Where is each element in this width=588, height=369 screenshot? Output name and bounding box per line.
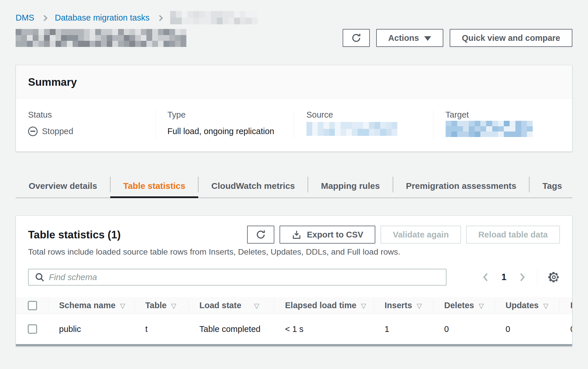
column-header-inserts[interactable]: Inserts ▽ [374,297,433,314]
summary-field-type: Type Full load, ongoing replication [155,110,294,138]
table-header-row: Schema name ▽ Table ▽ Load state ▽ Elaps… [16,297,572,314]
target-label: Target [446,110,560,120]
table-toolbar: 1 [28,269,560,286]
find-schema-input[interactable] [28,269,446,286]
refresh-button[interactable] [343,29,370,47]
column-header-table[interactable]: Table ▽ [134,297,188,314]
dms-task-page: DMS Database migration tasks Actions Qui… [0,0,588,346]
table-statistics-title: Table statistics (1) [28,226,121,244]
cell-elapsed-load-time: < 1 s [274,324,374,334]
next-page-button[interactable] [518,272,527,282]
sort-icon: ▽ [171,302,177,310]
task-tabs: Overview details Table statistics CloudW… [16,174,572,198]
search-box [28,269,446,286]
summary-field-target: Target [433,110,572,138]
refresh-icon [351,32,362,43]
tab-mapping-rules[interactable]: Mapping rules [308,174,393,198]
cell-schema-name: public [48,324,134,334]
table-refresh-button[interactable] [247,226,274,244]
type-label: Type [168,110,282,120]
status-text: Stopped [42,127,73,136]
tab-table-statistics[interactable]: Table statistics [110,174,199,198]
column-label: Elapsed load time [285,301,357,310]
redacted-target-link[interactable] [446,121,533,137]
tab-premigration-assessments[interactable]: Premigration assessments [393,174,530,198]
previous-page-button[interactable] [481,272,490,282]
column-label: Table [145,301,167,310]
column-label: DDLs [570,301,572,310]
quick-view-label: Quick view and compare [462,33,560,43]
sort-icon: ▽ [543,302,548,310]
actions-button[interactable]: Actions [376,29,443,47]
table-panel-header: Table statistics (1) Export to CSV [16,226,572,244]
cell-updates: 0 [495,324,559,334]
column-header-load-state[interactable]: Load state ▽ [188,297,274,314]
export-csv-button[interactable]: Export to CSV [280,226,375,244]
column-header-deletes[interactable]: Deletes ▽ [433,297,495,314]
quick-view-button[interactable]: Quick view and compare [450,29,572,47]
column-header-elapsed-load-time[interactable]: Elapsed load time ▽ [274,297,374,314]
redacted-source-link[interactable] [306,122,397,136]
cell-deletes: 0 [433,324,495,334]
column-header-updates[interactable]: Updates ▽ [495,297,559,314]
select-all-cell [16,297,48,314]
column-label: Updates [506,301,539,310]
tab-overview-details[interactable]: Overview details [16,174,110,198]
column-label: Inserts [385,301,412,310]
export-csv-label: Export to CSV [307,230,363,240]
select-all-checkbox[interactable] [28,301,37,310]
sort-icon: ▽ [120,302,125,310]
pagination-divider [537,269,537,286]
summary-title: Summary [28,76,560,88]
current-page-number: 1 [501,272,506,282]
table-statistics-panel: Table statistics (1) Export to CSV [16,215,572,346]
cell-inserts: 1 [374,324,433,334]
table-panel-buttons: Export to CSV Validate again Reload tabl… [247,226,560,244]
page-header: Actions Quick view and compare [16,29,572,47]
redacted-task-name [170,11,258,24]
gear-icon [548,271,560,283]
source-label: Source [306,110,421,120]
status-label: Status [28,110,143,120]
validate-again-button: Validate again [381,226,461,244]
summary-field-source: Source [294,110,433,138]
refresh-icon [255,229,266,240]
column-header-schema-name[interactable]: Schema name ▽ [48,297,134,314]
column-header-ddls[interactable]: DDLs [559,297,572,314]
settings-button[interactable] [548,271,560,283]
row-select-cell [16,324,48,334]
breadcrumb-link-dms[interactable]: DMS [16,13,34,23]
breadcrumb-link-tasks[interactable]: Database migration tasks [55,13,149,23]
column-label: Deletes [444,301,474,310]
sort-icon: ▽ [479,302,484,310]
validate-again-label: Validate again [393,230,449,240]
actions-label: Actions [388,33,419,43]
chevron-right-icon [157,15,163,21]
horizontal-scrollbar[interactable] [16,344,572,346]
sort-icon: ▽ [254,302,259,310]
summary-body: Status Stopped Type Full load, ongoing r… [16,98,572,151]
sort-icon: ▽ [361,302,366,310]
table-panel-description: Total rows include loaded source table r… [28,247,560,257]
type-value: Full load, ongoing replication [168,124,282,138]
table-statistics-table: Schema name ▽ Table ▽ Load state ▽ Elaps… [16,297,572,344]
reload-table-data-button: Reload table data [466,226,560,244]
header-actions: Actions Quick view and compare [343,29,572,47]
tab-tags[interactable]: Tags [529,174,575,198]
cell-ddls: 0 [559,324,572,334]
column-label: Load state [199,301,241,310]
breadcrumb: DMS Database migration tasks [16,11,572,24]
summary-panel-header: Summary [16,65,572,98]
caret-down-icon [424,36,431,41]
tab-cloudwatch-metrics[interactable]: CloudWatch metrics [198,174,308,198]
search-icon [34,272,45,282]
summary-panel: Summary Status Stopped Type Full load, o… [16,65,572,152]
summary-field-status: Status Stopped [16,110,155,138]
cell-table: t [134,324,188,334]
status-value: Stopped [28,124,143,138]
cell-load-state: Table completed [188,324,274,334]
reload-table-data-label: Reload table data [478,230,548,240]
type-text: Full load, ongoing replication [168,127,274,136]
row-checkbox[interactable] [28,324,37,334]
sort-icon: ▽ [417,302,422,310]
